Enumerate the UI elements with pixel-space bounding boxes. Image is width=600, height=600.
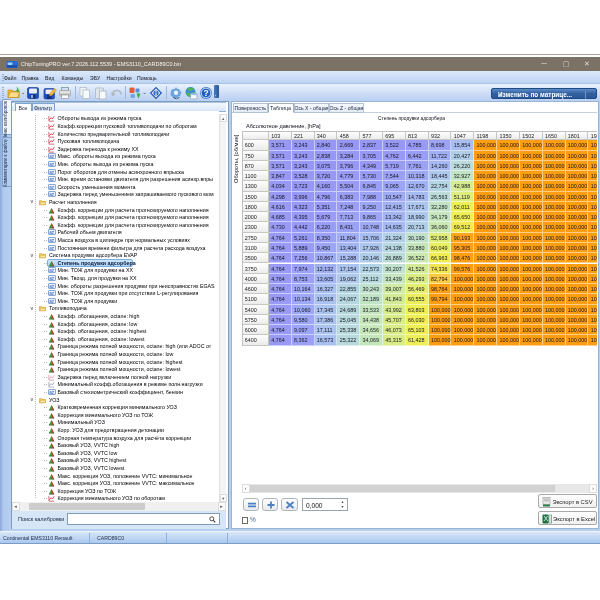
svg-text:X: X — [543, 515, 548, 522]
svg-text:?: ? — [203, 88, 208, 98]
